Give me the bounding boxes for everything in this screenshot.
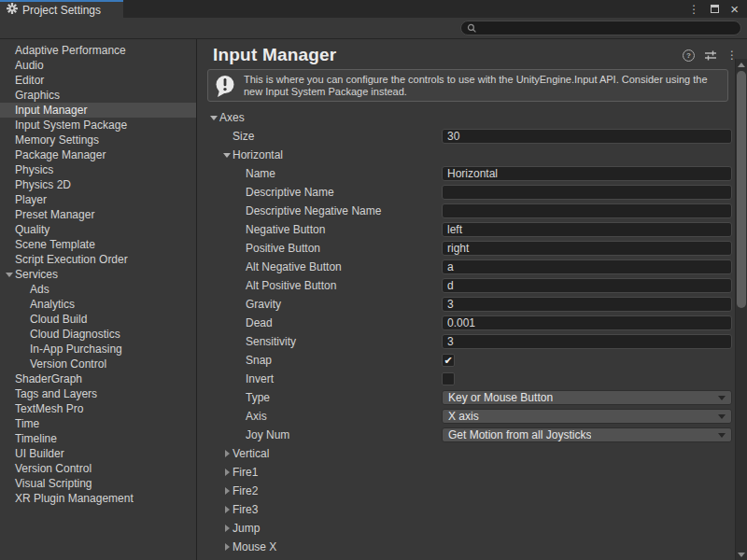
sidebar-item-version-control[interactable]: Version Control [0, 461, 196, 476]
search-box[interactable] [460, 21, 741, 35]
field-alt-negative-button[interactable] [442, 259, 732, 274]
sidebar-item-label: Cloud Diagnostics [30, 328, 120, 341]
row-label: Axis [246, 410, 267, 423]
dropdown-arrow-icon [718, 414, 726, 419]
field-alt-positive-button[interactable] [442, 278, 732, 293]
row-label: Fire1 [233, 466, 258, 479]
row-label-area: Descriptive Name [197, 186, 442, 199]
foldout-open-icon [210, 116, 218, 120]
foldout-fire3[interactable] [221, 506, 233, 513]
sidebar-item-services[interactable]: Services [0, 267, 196, 282]
sidebar-item-shadergraph[interactable]: ShaderGraph [0, 371, 196, 386]
row-negative-button: Negative Button [197, 220, 732, 239]
row-label: Invert [246, 372, 274, 385]
sidebar-item-cloud-build[interactable]: Cloud Build [0, 312, 196, 327]
foldout-open-icon[interactable] [6, 273, 13, 277]
field-size[interactable] [442, 129, 732, 144]
sidebar-item-physics[interactable]: Physics [0, 162, 196, 177]
field-descriptive-negative-name[interactable] [442, 203, 732, 218]
sidebar-item-script-execution-order[interactable]: Script Execution Order [0, 252, 196, 267]
field-negative-button[interactable] [442, 222, 732, 237]
sidebar-item-label: Scene Template [15, 238, 95, 251]
sidebar-item-xr-plugin-management[interactable]: XR Plugin Management [0, 491, 196, 506]
row-label-area: Size [197, 130, 442, 143]
row-label: Type [246, 391, 270, 404]
field-positive-button[interactable] [442, 241, 732, 256]
foldout-mouse-x[interactable] [221, 543, 233, 551]
maximize-icon[interactable] [711, 5, 719, 13]
checkbox-snap[interactable]: ✔ [442, 354, 455, 367]
scroll-up-icon[interactable] [738, 63, 745, 67]
help-box: This is where you can configure the cont… [207, 69, 728, 102]
tab-project-settings[interactable]: Project Settings [0, 0, 123, 18]
sidebar-item-player[interactable]: Player [0, 192, 196, 207]
dropdown-axis[interactable]: X axis [442, 409, 732, 424]
search-input[interactable] [481, 22, 735, 34]
field-sensitivity[interactable] [442, 334, 732, 349]
foldout-jump[interactable] [221, 525, 233, 532]
sidebar-item-ui-builder[interactable]: UI Builder [0, 446, 196, 461]
foldout-vertical[interactable] [221, 450, 233, 457]
row-field-area [442, 166, 732, 181]
row-label: Jump [233, 522, 260, 535]
field-dead[interactable] [442, 315, 732, 330]
dropdown-value: X axis [448, 410, 479, 423]
dropdown-joy-num[interactable]: Get Motion from all Joysticks [442, 427, 732, 442]
checkbox-invert[interactable] [442, 372, 455, 385]
row-size: Size [197, 127, 732, 146]
presets-icon[interactable] [704, 49, 717, 62]
row-field-area [442, 222, 732, 237]
foldout-fire1[interactable] [221, 469, 233, 476]
sidebar-item-editor[interactable]: Editor [0, 73, 196, 88]
row-jump: Jump [197, 519, 732, 538]
row-field-area [442, 259, 732, 274]
sidebar-item-in-app-purchasing[interactable]: In-App Purchasing [0, 342, 196, 357]
foldout-fire2[interactable] [221, 487, 233, 495]
sidebar-item-label: XR Plugin Management [15, 492, 134, 505]
field-descriptive-name[interactable] [442, 185, 732, 200]
help-icon[interactable]: ? [683, 49, 695, 62]
row-joy-num: Joy NumGet Motion from all Joysticks [197, 426, 732, 444]
field-name[interactable] [442, 166, 732, 181]
sidebar-item-time[interactable]: Time [0, 416, 196, 431]
sidebar-item-physics-2d[interactable]: Physics 2D [0, 177, 196, 192]
close-icon[interactable]: × [730, 2, 739, 16]
page-title: Input Manager [213, 45, 336, 65]
scroll-down-icon[interactable] [738, 553, 745, 557]
row-dead: Dead [197, 314, 732, 332]
scrollbar-thumb[interactable] [737, 71, 746, 308]
sidebar-item-label: Preset Manager [15, 208, 94, 221]
sidebar-item-tags-and-layers[interactable]: Tags and Layers [0, 386, 196, 401]
sidebar-item-memory-settings[interactable]: Memory Settings [0, 133, 196, 147]
foldout-horizontal[interactable] [221, 153, 233, 158]
sidebar-item-analytics[interactable]: Analytics [0, 297, 196, 312]
row-field-area: Key or Mouse Button [442, 390, 732, 405]
field-gravity[interactable] [442, 297, 732, 312]
sidebar-item-ads[interactable]: Ads [0, 282, 196, 297]
sidebar-item-label: Ads [30, 283, 49, 296]
sidebar-item-graphics[interactable]: Graphics [0, 88, 196, 103]
window-menu-icon[interactable]: ⋮ [688, 4, 699, 15]
sidebar-item-label: Tags and Layers [15, 387, 97, 400]
sidebar-item-package-manager[interactable]: Package Manager [0, 147, 196, 162]
row-label-area: Horizontal [197, 148, 442, 161]
row-label: Positive Button [246, 242, 320, 255]
sidebar-item-input-system-package[interactable]: Input System Package [0, 118, 196, 133]
dropdown-type[interactable]: Key or Mouse Button [442, 390, 732, 405]
sidebar-item-cloud-diagnostics[interactable]: Cloud Diagnostics [0, 327, 196, 342]
sidebar-item-visual-scripting[interactable]: Visual Scripting [0, 476, 196, 491]
sidebar-item-preset-manager[interactable]: Preset Manager [0, 207, 196, 222]
info-icon [213, 74, 237, 98]
vertical-scrollbar[interactable] [735, 59, 747, 560]
sidebar-item-scene-template[interactable]: Scene Template [0, 237, 196, 252]
foldout-axes[interactable] [208, 116, 219, 120]
sidebar-item-input-manager[interactable]: Input Manager [0, 103, 196, 118]
sidebar-item-textmesh-pro[interactable]: TextMesh Pro [0, 401, 196, 416]
sidebar-item-quality[interactable]: Quality [0, 222, 196, 237]
sidebar-item-adaptive-performance[interactable]: Adaptive Performance [0, 43, 196, 58]
sidebar-item-version-control[interactable]: Version Control [0, 357, 196, 371]
row-label-area: Jump [197, 522, 442, 535]
sidebar-item-audio[interactable]: Audio [0, 58, 196, 73]
sidebar-item-label: Script Execution Order [15, 253, 128, 266]
sidebar-item-timeline[interactable]: Timeline [0, 431, 196, 446]
